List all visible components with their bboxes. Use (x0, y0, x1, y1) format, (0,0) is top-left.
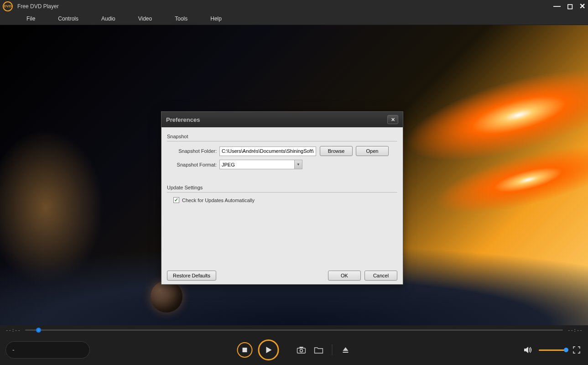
menu-controls[interactable]: Controls (58, 16, 78, 22)
right-controls (522, 346, 583, 354)
volume-slider[interactable] (539, 349, 566, 351)
menu-video[interactable]: Video (138, 16, 152, 22)
chevron-down-icon[interactable]: ▼ (295, 160, 302, 169)
fullscreen-icon (573, 346, 580, 354)
dialog-close-button[interactable]: ✕ (387, 115, 398, 124)
titlebar: DVD Free DVD Player — ◻ ✕ (0, 0, 588, 12)
eject-icon (342, 346, 349, 354)
open-folder-button[interactable] (312, 346, 324, 354)
svg-rect-6 (343, 352, 348, 353)
app-logo-icon: DVD (3, 1, 13, 11)
svg-rect-4 (299, 347, 303, 348)
ok-button[interactable]: OK (328, 271, 361, 281)
svg-point-3 (300, 349, 302, 352)
dialog-footer: Restore Defaults OK Cancel (167, 267, 397, 281)
menu-tools[interactable]: Tools (175, 16, 187, 22)
fullscreen-button[interactable] (571, 346, 583, 354)
snapshot-section-title: Snapshot (167, 132, 397, 141)
stop-icon (242, 347, 247, 353)
time-display: - (5, 341, 90, 359)
bg-planet (151, 281, 182, 313)
cancel-button[interactable]: Cancel (364, 271, 397, 281)
preferences-dialog: Preferences ✕ Snapshot Snapshot Folder: … (161, 111, 403, 285)
snapshot-format-label: Snapshot Format: (167, 162, 219, 167)
update-section-title: Update Settings (167, 183, 397, 193)
snapshot-button[interactable] (295, 346, 307, 354)
speaker-icon (524, 346, 533, 354)
menu-file[interactable]: File (26, 16, 35, 22)
snapshot-folder-label: Snapshot Folder: (167, 148, 219, 154)
svg-rect-0 (242, 348, 247, 352)
window-controls: — ◻ ✕ (553, 2, 585, 10)
play-button[interactable] (258, 339, 279, 360)
menubar: File Controls Audio Video Tools Help (0, 12, 588, 25)
menu-help[interactable]: Help (210, 16, 222, 22)
check-updates-label: Check for Updates Automatically (182, 198, 255, 203)
svg-marker-7 (524, 347, 528, 353)
camera-icon (297, 346, 306, 354)
snapshot-folder-row: Snapshot Folder: Browse Open (167, 146, 397, 156)
seek-track[interactable] (25, 329, 563, 331)
time-total: --:-- (567, 327, 583, 333)
svg-marker-1 (266, 347, 271, 353)
logo-text: DVD (4, 4, 12, 8)
dialog-title-text: Preferences (166, 116, 200, 123)
check-updates-row[interactable]: ✓ Check for Updates Automatically (167, 197, 397, 203)
snapshot-format-value[interactable] (219, 160, 295, 169)
maximize-icon[interactable]: ◻ (567, 2, 573, 10)
snapshot-format-row: Snapshot Format: ▼ (167, 160, 397, 169)
dialog-titlebar[interactable]: Preferences ✕ (161, 112, 403, 127)
seekbar: --:-- --:-- (0, 325, 588, 335)
check-updates-checkbox[interactable]: ✓ (173, 197, 179, 203)
seek-thumb[interactable] (36, 328, 41, 333)
volume-button[interactable] (522, 346, 534, 354)
minimize-icon[interactable]: — (553, 2, 561, 10)
snapshot-format-select[interactable]: ▼ (219, 160, 302, 169)
menu-audio[interactable]: Audio (101, 16, 115, 22)
svg-marker-5 (343, 347, 348, 351)
player-controls: - (0, 335, 588, 365)
browse-button[interactable]: Browse (320, 146, 353, 156)
time-display-text: - (12, 346, 15, 354)
restore-defaults-button[interactable]: Restore Defaults (167, 271, 216, 281)
eject-button[interactable] (339, 346, 351, 354)
dialog-body: Snapshot Snapshot Folder: Browse Open Sn… (161, 127, 403, 284)
close-icon[interactable]: ✕ (579, 2, 585, 10)
divider (332, 344, 332, 355)
svg-rect-2 (297, 348, 305, 353)
folder-icon (314, 346, 323, 354)
play-icon (264, 346, 272, 354)
open-button[interactable]: Open (356, 146, 389, 156)
snapshot-folder-input[interactable] (219, 146, 316, 156)
center-controls (237, 339, 351, 360)
app-title: Free DVD Player (17, 3, 553, 10)
time-current: --:-- (5, 327, 21, 333)
stop-button[interactable] (237, 342, 252, 358)
video-area[interactable]: Preferences ✕ Snapshot Snapshot Folder: … (0, 25, 588, 325)
